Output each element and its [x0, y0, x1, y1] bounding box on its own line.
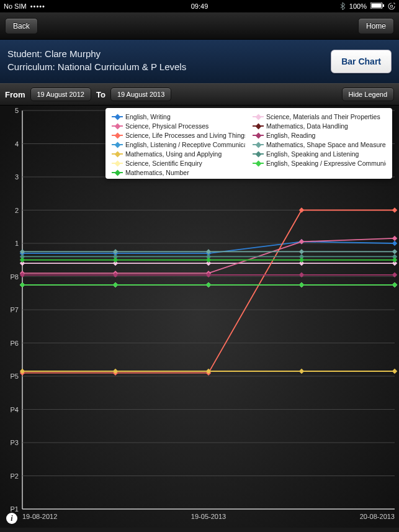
legend-label: English, Speaking and Listening — [266, 150, 359, 158]
legend-swatch — [253, 132, 264, 138]
svg-rect-91 — [206, 282, 211, 287]
svg-rect-96 — [206, 258, 211, 263]
svg-text:P5: P5 — [11, 372, 19, 380]
student-line: Student: Clare Murphy — [7, 48, 186, 59]
from-date-button[interactable]: 19 August 2012 — [30, 88, 91, 101]
svg-text:20-08-2013: 20-08-2013 — [360, 513, 395, 520]
svg-text:4: 4 — [15, 140, 19, 148]
legend-swatch — [112, 123, 123, 129]
svg-rect-1 — [372, 4, 382, 8]
status-bar: No SIM ••••• 09:49 100% — [0, 0, 399, 12]
legend-label: Mathematics, Using and Applying — [125, 150, 222, 158]
legend-label: Science, Materials and Their Properties — [266, 113, 380, 120]
svg-rect-3 — [391, 6, 393, 7]
svg-text:1: 1 — [15, 240, 19, 247]
legend-swatch — [253, 151, 264, 157]
svg-rect-58 — [392, 207, 397, 212]
info-icon[interactable]: i — [6, 513, 17, 524]
svg-rect-95 — [113, 258, 118, 263]
battery-icon — [370, 2, 384, 10]
legend-item: Science, Life Processes and Living Thing… — [112, 132, 245, 139]
bluetooth-icon — [340, 2, 346, 10]
svg-rect-98 — [392, 258, 397, 263]
svg-text:2: 2 — [15, 207, 19, 214]
svg-rect-48 — [392, 236, 397, 241]
to-date-button[interactable]: 19 August 2013 — [110, 88, 171, 101]
legend-item: Mathematics, Data Handling — [253, 122, 386, 130]
svg-rect-93 — [392, 282, 397, 287]
to-label: To — [96, 90, 105, 99]
svg-rect-38 — [392, 241, 397, 246]
svg-rect-77 — [299, 369, 304, 374]
svg-rect-97 — [299, 258, 304, 263]
svg-rect-57 — [299, 207, 304, 212]
status-time: 09:49 — [191, 2, 208, 10]
svg-text:P1: P1 — [11, 505, 19, 513]
legend-swatch — [253, 160, 264, 166]
carrier-text: No SIM — [4, 2, 27, 10]
legend-item: English, Speaking / Expressive Communica… — [253, 160, 386, 167]
back-button[interactable]: Back — [5, 18, 38, 34]
legend-item: Mathematics, Shape Space and Measures — [253, 141, 386, 148]
signal-icon: ••••• — [30, 2, 45, 10]
svg-rect-90 — [113, 282, 118, 287]
svg-text:P7: P7 — [11, 306, 19, 313]
hide-legend-button[interactable]: Hide Legend — [342, 88, 394, 101]
legend-label: Science, Scientific Enquiry — [125, 160, 202, 167]
svg-text:19-08-2012: 19-08-2012 — [22, 513, 57, 520]
svg-text:P3: P3 — [11, 439, 19, 446]
svg-rect-92 — [299, 282, 304, 287]
legend-item: English, Writing — [112, 113, 245, 120]
legend-swatch — [253, 114, 264, 120]
legend-swatch — [253, 142, 264, 148]
filter-bar: From 19 August 2012 To 19 August 2013 Hi… — [0, 83, 399, 106]
home-button[interactable]: Home — [358, 18, 394, 34]
legend-swatch — [112, 132, 123, 138]
svg-rect-2 — [383, 4, 384, 7]
legend-label: English, Speaking / Expressive Communica… — [266, 160, 386, 167]
legend-item: English, Reading — [253, 132, 386, 139]
legend: English, WritingScience, Materials and T… — [105, 108, 392, 179]
svg-text:P4: P4 — [11, 406, 19, 413]
legend-label: Mathematics, Data Handling — [266, 122, 348, 130]
svg-rect-78 — [392, 369, 397, 374]
legend-label: English, Writing — [125, 113, 171, 120]
legend-item: English, Speaking and Listening — [253, 150, 386, 158]
legend-item: Science, Physical Processes — [112, 122, 245, 130]
svg-text:3: 3 — [15, 173, 19, 181]
legend-swatch — [253, 123, 264, 129]
rotation-lock-icon — [388, 2, 395, 10]
svg-rect-89 — [20, 282, 25, 287]
svg-text:P6: P6 — [11, 340, 19, 347]
legend-label: Mathematics, Shape Space and Measures — [266, 141, 386, 148]
header-panel: Student: Clare Murphy Curriculum: Nation… — [0, 40, 399, 83]
legend-label: English, Listening / Receptive Communica… — [125, 141, 245, 148]
navbar: Back Home — [0, 12, 399, 40]
svg-text:5: 5 — [15, 107, 19, 114]
legend-label: Mathematics, Number — [125, 169, 189, 176]
legend-swatch — [112, 142, 123, 148]
legend-swatch — [112, 169, 123, 176]
legend-swatch — [112, 160, 123, 166]
legend-swatch — [112, 114, 123, 120]
legend-label: Science, Life Processes and Living Thing… — [125, 132, 245, 139]
svg-rect-72 — [299, 249, 304, 254]
legend-swatch — [112, 151, 123, 157]
legend-item: Science, Scientific Enquiry — [112, 160, 245, 167]
legend-item: Science, Materials and Their Properties — [253, 113, 386, 120]
legend-label: Science, Physical Processes — [125, 122, 208, 130]
legend-label: English, Reading — [266, 132, 315, 139]
chart-area: P1P2P3P4P5P6P7P81234519-08-201219-05-201… — [0, 106, 399, 528]
battery-text: 100% — [349, 2, 367, 10]
svg-rect-94 — [20, 258, 25, 263]
svg-text:P2: P2 — [11, 472, 19, 480]
from-label: From — [5, 90, 25, 99]
svg-text:19-05-2013: 19-05-2013 — [191, 513, 226, 520]
bar-chart-button[interactable]: Bar Chart — [331, 50, 392, 73]
legend-item: Mathematics, Using and Applying — [112, 150, 245, 158]
legend-item: English, Listening / Receptive Communica… — [112, 141, 245, 148]
legend-item: Mathematics, Number — [112, 169, 245, 176]
svg-text:P8: P8 — [11, 273, 19, 281]
curriculum-line: Curriculum: National Curriculum & P Leve… — [7, 61, 186, 72]
svg-rect-73 — [392, 249, 397, 254]
